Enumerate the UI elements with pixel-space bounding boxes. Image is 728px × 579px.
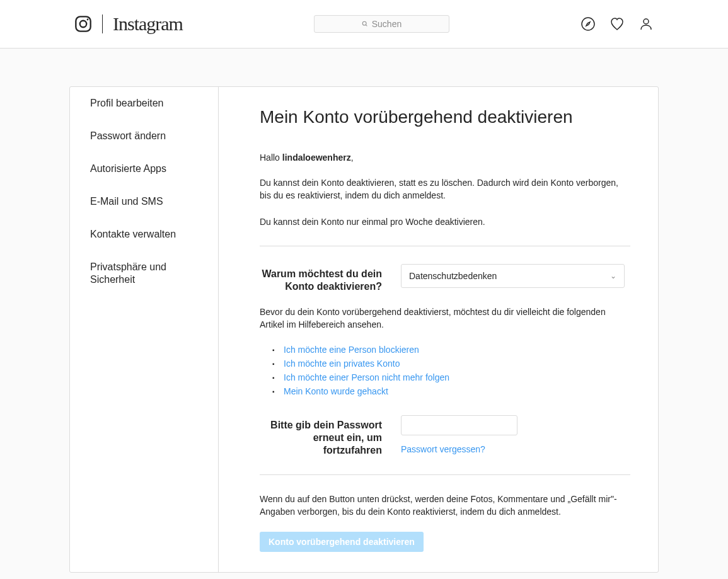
list-item: Ich möchte ein privates Konto [272, 358, 630, 369]
reason-label: Warum möchtest du dein Konto deaktiviere… [260, 264, 382, 293]
search-input[interactable]: Suchen [314, 15, 449, 33]
logo-divider [102, 14, 103, 33]
settings-sidebar: Profil bearbeiten Passwort ändern Autori… [70, 87, 219, 572]
list-item: Ich möchte eine Person blockieren [272, 345, 630, 355]
sidebar-item-manage-contacts[interactable]: Kontakte verwalten [70, 218, 218, 251]
help-link-private-account[interactable]: Ich möchte ein privates Konto [284, 358, 400, 369]
deactivate-account-button[interactable]: Konto vorübergehend deaktivieren [260, 532, 424, 552]
sidebar-item-authorized-apps[interactable]: Autorisierte Apps [70, 152, 218, 185]
reason-selected-value: Datenschutzbedenken [409, 271, 497, 281]
help-links-list: Ich möchte eine Person blockieren Ich mö… [272, 345, 630, 396]
sidebar-item-label: Profil bearbeiten [90, 98, 164, 108]
intro-paragraph-2: Du kannst dein Konto nur einmal pro Woch… [260, 215, 630, 228]
svg-point-7 [644, 19, 649, 24]
sidebar-item-label: Privatsphäre und Sicherheit [90, 261, 166, 285]
sidebar-item-privacy-security[interactable]: Privatsphäre und Sicherheit [70, 251, 218, 296]
help-link-hacked[interactable]: Mein Konto wurde gehackt [284, 386, 388, 396]
sidebar-item-edit-profile[interactable]: Profil bearbeiten [70, 87, 218, 120]
profile-icon[interactable] [638, 16, 654, 32]
search-placeholder-text: Suchen [372, 19, 402, 29]
svg-point-3 [362, 21, 366, 25]
svg-rect-0 [76, 16, 90, 31]
username-display: lindaloewenherz [282, 152, 351, 163]
sidebar-item-label: Autorisierte Apps [90, 163, 166, 174]
page-title: Mein Konto vorübergehend deaktivieren [260, 107, 630, 127]
forgot-password-link[interactable]: Passwort vergessen? [401, 444, 630, 454]
top-nav: Instagram Suchen [0, 0, 728, 49]
logo-group[interactable]: Instagram [74, 13, 183, 35]
password-label: Bitte gib dein Passwort erneut ein, um f… [260, 415, 382, 457]
help-link-unfollow[interactable]: Ich möchte einer Person nicht mehr folge… [284, 372, 449, 382]
list-item: Ich möchte einer Person nicht mehr folge… [272, 372, 630, 382]
sidebar-item-change-password[interactable]: Passwort ändern [70, 120, 218, 152]
search-icon [362, 21, 368, 27]
chevron-down-icon: ⌄ [610, 272, 616, 280]
reason-select[interactable]: Datenschutzbedenken ⌄ [401, 264, 625, 288]
settings-container: Profil bearbeiten Passwort ändern Autori… [69, 86, 659, 573]
list-item: Mein Konto wurde gehackt [272, 386, 630, 396]
explore-icon[interactable] [581, 16, 596, 32]
svg-point-1 [80, 21, 87, 28]
instagram-glyph-icon [74, 15, 92, 33]
svg-point-5 [582, 18, 594, 30]
activity-heart-icon[interactable] [610, 16, 625, 32]
sidebar-item-email-sms[interactable]: E-Mail und SMS [70, 185, 218, 218]
intro-paragraph-1: Du kannst dein Konto deaktivieren, statt… [260, 176, 630, 202]
sidebar-item-label: Kontakte verwalten [90, 229, 176, 239]
sidebar-item-label: E-Mail und SMS [90, 196, 163, 207]
password-input[interactable] [401, 415, 517, 435]
help-link-block-person[interactable]: Ich möchte eine Person blockieren [284, 345, 419, 355]
sidebar-item-label: Passwort ändern [90, 130, 166, 141]
instagram-wordmark: Instagram [113, 13, 183, 35]
final-notice-paragraph: Wenn du auf den Button unten drückst, we… [260, 493, 630, 518]
divider [260, 474, 630, 475]
divider [260, 246, 630, 246]
help-intro-paragraph: Bevor du dein Konto vorübergehend deakti… [260, 306, 630, 331]
svg-marker-6 [586, 22, 590, 26]
settings-content: Mein Konto vorübergehend deaktivieren Ha… [219, 87, 658, 572]
greeting-line: Hallo lindaloewenherz, [260, 152, 630, 163]
svg-line-4 [366, 25, 367, 26]
svg-point-2 [87, 19, 89, 21]
